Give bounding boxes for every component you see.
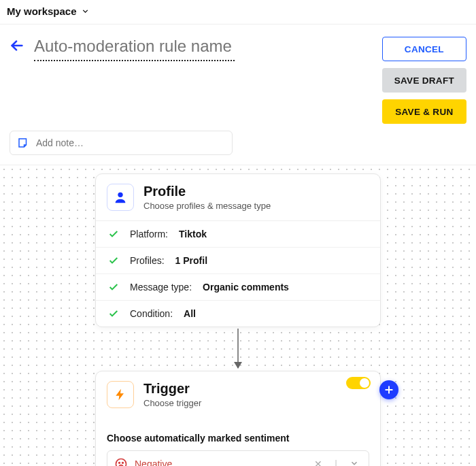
back-button[interactable] <box>10 38 24 56</box>
sad-face-icon <box>114 457 128 466</box>
profile-card-subtitle: Choose profiles & message type <box>143 201 271 211</box>
clear-sentiment[interactable]: ✕ <box>309 459 328 466</box>
arrow-left-icon <box>10 38 24 53</box>
note-input-wrap[interactable] <box>10 131 233 155</box>
save-draft-button[interactable]: SAVE DRAFT <box>382 68 466 93</box>
svg-point-3 <box>119 463 120 464</box>
profile-row-condition: Condition: All <box>96 301 380 327</box>
flow-canvas: Profile Choose profiles & message type P… <box>0 165 476 466</box>
save-run-button[interactable]: SAVE & RUN <box>382 99 466 124</box>
flow-connector <box>237 329 239 368</box>
add-step-button[interactable] <box>379 380 398 399</box>
plus-icon <box>384 384 394 395</box>
trigger-card[interactable]: Trigger Choose trigger Choose automatica… <box>95 371 381 466</box>
check-icon <box>108 255 119 266</box>
trigger-card-title: Trigger <box>143 381 201 397</box>
profile-icon <box>107 184 134 211</box>
lightning-icon <box>114 388 127 401</box>
rule-name-input[interactable] <box>34 37 235 61</box>
sentiment-select[interactable]: Negative ✕ | <box>107 450 369 466</box>
workspace-switcher[interactable]: My workspace <box>0 0 476 24</box>
profile-card-title: Profile <box>143 184 271 199</box>
svg-point-1 <box>118 193 122 197</box>
profile-card[interactable]: Profile Choose profiles & message type P… <box>95 173 381 327</box>
person-icon <box>113 190 128 205</box>
profile-row-profiles: Profiles: 1 Profil <box>96 248 380 274</box>
trigger-card-subtitle: Choose trigger <box>143 398 201 408</box>
check-icon <box>108 308 119 319</box>
profile-row-message-type: Message type: Organic comments <box>96 274 380 301</box>
workspace-name: My workspace <box>7 5 77 17</box>
sentiment-dropdown-chevron[interactable] <box>344 459 362 467</box>
profile-row-platform: Platform: Tiktok <box>96 221 380 248</box>
cancel-button[interactable]: CANCEL <box>382 37 466 61</box>
trigger-toggle[interactable] <box>346 377 371 389</box>
check-icon <box>108 282 119 293</box>
chevron-down-icon <box>81 7 90 16</box>
trigger-icon-box <box>107 381 134 408</box>
sentiment-label: Choose automatically marked sentiment <box>107 433 369 444</box>
svg-point-4 <box>122 463 124 464</box>
note-field[interactable] <box>36 137 225 148</box>
chevron-down-icon <box>350 459 359 467</box>
note-icon <box>17 137 29 149</box>
sentiment-value: Negative <box>135 459 302 466</box>
check-icon <box>108 229 119 239</box>
